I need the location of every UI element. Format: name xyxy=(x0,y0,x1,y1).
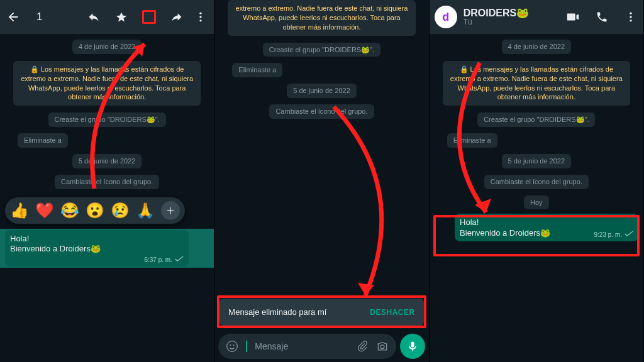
outgoing-message-row: Hola! Bienvenido a Droiders🐸 9:23 p. m. xyxy=(455,214,638,241)
message-input-bar: Mensaje xyxy=(214,331,428,362)
message-meta: 9:23 p. m. xyxy=(594,231,633,239)
more-vert-icon[interactable] xyxy=(194,10,208,24)
svg-point-1 xyxy=(200,16,202,18)
check-icon xyxy=(625,231,633,239)
date-chip: 5 de junio de 2022 xyxy=(502,154,572,168)
encryption-notice[interactable]: 🔒Los mensajes y las llamadas están cifra… xyxy=(443,61,630,106)
message-line: Hola! xyxy=(10,234,184,244)
encryption-notice[interactable]: 🔒Los mensajes y las llamadas están cifra… xyxy=(13,61,201,106)
system-message: Cambiaste el ícono del grupo. xyxy=(484,175,589,189)
encryption-notice-partial[interactable]: extremo a extremo. Nadie fuera de este c… xyxy=(228,0,415,36)
reaction-pray[interactable]: 🙏 xyxy=(136,202,155,219)
group-subtitle: Tú xyxy=(464,18,552,26)
avatar-letter: d xyxy=(442,11,449,24)
message-time: 9:23 p. m. xyxy=(594,231,622,239)
date-chip: 4 de junio de 2022 xyxy=(502,40,572,54)
svg-point-9 xyxy=(630,19,631,21)
system-message: Cambiaste el ícono del grupo. xyxy=(269,104,374,119)
undo-snackbar: Mensaje eliminado para mí DESHACER xyxy=(219,299,423,326)
delete-trash-icon[interactable] xyxy=(142,10,156,24)
reactions-bar: 👍 ❤️ 😂 😮 😢 🙏 ＋ xyxy=(5,197,185,224)
svg-point-6 xyxy=(380,345,384,349)
reaction-wow[interactable]: 😮 xyxy=(86,202,104,219)
undo-button[interactable]: DESHACER xyxy=(370,308,414,317)
selected-message-row[interactable]: Hola! Bienvenido a Droiders🐸 6:37 p. m. xyxy=(0,229,214,268)
video-call-icon[interactable] xyxy=(565,9,580,25)
message-line: Bienvenido a Droiders🐸 xyxy=(10,244,184,255)
chat-body: 4 de junio de 2022 🔒Los mensajes y las l… xyxy=(0,34,214,362)
check-icon xyxy=(175,256,184,264)
svg-point-4 xyxy=(230,344,231,346)
message-input[interactable]: Mensaje xyxy=(218,334,396,359)
encryption-text: extremo a extremo. Nadie fuera de este c… xyxy=(236,4,408,31)
snackbar-text: Mensaje eliminado para mí xyxy=(228,307,326,317)
message-meta: 6:37 p. m. xyxy=(10,256,184,264)
date-chip: 5 de junio de 2022 xyxy=(72,154,142,168)
system-message: Eliminaste a xyxy=(18,133,68,148)
date-chip: 4 de junio de 2022 xyxy=(72,40,142,54)
system-message: Creaste el grupo "DROIDERS🐸". xyxy=(48,112,166,127)
selection-header: 1 xyxy=(0,0,214,34)
encryption-text: Los mensajes y las llamadas están cifrad… xyxy=(450,65,623,101)
svg-point-5 xyxy=(233,344,235,346)
svg-point-0 xyxy=(200,13,202,14)
screenshot-panel-1: 1 4 de junio de 2022 🔒Los mensajes y las… xyxy=(0,0,214,362)
text-cursor xyxy=(246,341,247,352)
mic-button[interactable] xyxy=(400,334,425,359)
reaction-more-icon[interactable]: ＋ xyxy=(161,201,180,220)
lock-icon: 🔒 xyxy=(460,65,469,73)
system-message: Creaste el grupo "DROIDERS🐸". xyxy=(263,43,380,57)
svg-point-8 xyxy=(630,16,631,18)
message-time: 6:37 p. m. xyxy=(144,256,172,264)
forward-icon[interactable] xyxy=(170,10,184,24)
reaction-thumbs-up[interactable]: 👍 xyxy=(10,202,29,219)
system-message: Cambiaste el ícono del grupo. xyxy=(55,175,159,189)
outgoing-message-bubble[interactable]: Hola! Bienvenido a Droiders🐸 9:23 p. m. xyxy=(455,214,638,241)
chat-body: 4 de junio de 2022 🔒Los mensajes y las l… xyxy=(430,34,643,362)
encryption-text: Los mensajes y las llamadas están cifrad… xyxy=(21,65,193,101)
star-icon[interactable] xyxy=(114,10,128,24)
date-chip-today: Hoy xyxy=(524,195,549,210)
reply-icon[interactable] xyxy=(87,10,101,24)
reaction-laugh[interactable]: 😂 xyxy=(60,202,79,219)
camera-icon[interactable] xyxy=(376,340,389,353)
emoji-icon[interactable] xyxy=(226,340,238,353)
voice-call-icon[interactable] xyxy=(594,9,609,25)
message-line: Hola! xyxy=(460,217,633,228)
chat-title-block[interactable]: DROIDERS🐸 Tú xyxy=(464,8,552,27)
svg-point-3 xyxy=(227,341,238,352)
system-message: Eliminaste a xyxy=(447,133,497,148)
svg-point-2 xyxy=(200,19,202,21)
outgoing-message-bubble[interactable]: Hola! Bienvenido a Droiders🐸 6:37 p. m. xyxy=(5,230,189,267)
input-placeholder: Mensaje xyxy=(255,341,348,351)
screenshot-panel-3: d DROIDERS🐸 Tú 4 de junio de 2022 🔒Los m… xyxy=(430,0,644,362)
system-message: Creaste el grupo "DROIDERS🐸". xyxy=(477,112,595,127)
chat-header[interactable]: d DROIDERS🐸 Tú xyxy=(430,0,643,34)
lock-icon: 🔒 xyxy=(30,65,39,73)
svg-point-7 xyxy=(630,13,631,14)
group-avatar[interactable]: d xyxy=(435,6,457,28)
back-arrow-icon[interactable] xyxy=(6,10,20,24)
screenshot-panel-2: extremo a extremo. Nadie fuera de este c… xyxy=(214,0,429,362)
group-name: DROIDERS🐸 xyxy=(464,8,552,19)
reaction-sad[interactable]: 😢 xyxy=(111,202,130,219)
system-message: Eliminaste a xyxy=(232,63,282,77)
selection-count: 1 xyxy=(36,11,42,23)
reaction-heart[interactable]: ❤️ xyxy=(35,202,54,219)
more-vert-icon[interactable] xyxy=(623,9,638,25)
date-chip: 5 de junio de 2022 xyxy=(287,84,357,98)
attach-icon[interactable] xyxy=(356,340,369,353)
message-line: Bienvenido a Droiders🐸 xyxy=(460,228,589,239)
